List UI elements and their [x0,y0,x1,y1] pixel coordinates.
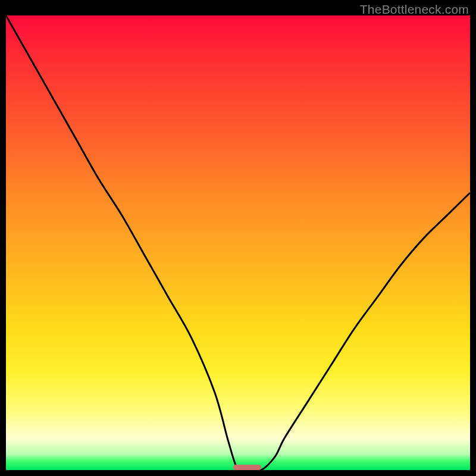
chart-container: TheBottleneck.com [0,0,476,476]
plot-area [6,15,470,470]
watermark-text: TheBottleneck.com [360,2,469,17]
optimal-marker [233,465,261,470]
curve-path [6,15,470,470]
bottleneck-curve [6,15,470,470]
